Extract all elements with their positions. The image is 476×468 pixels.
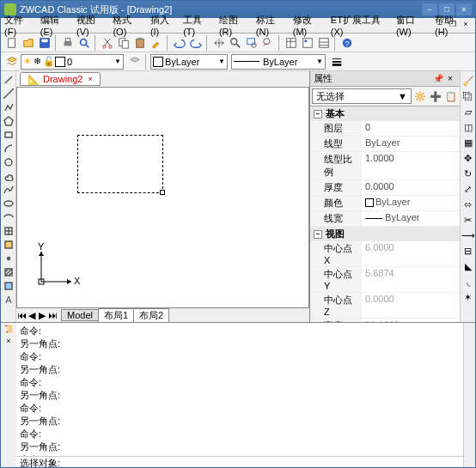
erase-icon[interactable]: 🧹 <box>461 73 475 88</box>
prop-center-y[interactable]: 5.6874 <box>362 267 460 292</box>
trim-icon[interactable]: ✂ <box>461 212 475 228</box>
copy-icon[interactable] <box>116 35 131 51</box>
text-icon[interactable]: A <box>1 293 15 307</box>
select-objects-icon[interactable]: ➕ <box>429 89 442 103</box>
design-center-icon[interactable] <box>300 35 315 51</box>
menu-dim[interactable]: 标注(N) <box>256 14 286 37</box>
open-icon[interactable] <box>21 35 36 51</box>
spline-icon[interactable] <box>1 183 15 197</box>
toggle-pickadd-icon[interactable]: 📋 <box>444 89 458 103</box>
stretch-icon[interactable]: ⬄ <box>461 197 475 212</box>
selection-combo[interactable]: 无选择▼ <box>312 88 412 104</box>
tab-next-icon[interactable]: ▶ <box>37 310 47 321</box>
layer-manager-icon[interactable] <box>4 54 20 70</box>
drawing-canvas[interactable]: X Y <box>16 87 309 308</box>
linetype-combo[interactable]: ByLayer▼ <box>231 54 326 70</box>
prop-thickness[interactable]: 0.0000 <box>362 180 460 195</box>
tab-layout2[interactable]: 布局2 <box>133 308 169 323</box>
extend-icon[interactable]: ⟶ <box>461 228 475 243</box>
copy-obj-icon[interactable]: ⿻ <box>461 88 475 104</box>
tab-close-icon[interactable]: × <box>88 75 92 83</box>
prop-height[interactable]: 11.4669 <box>362 319 460 322</box>
ellipse-icon[interactable] <box>1 197 15 210</box>
match-icon[interactable] <box>149 35 164 51</box>
array-icon[interactable]: ▦ <box>461 135 475 150</box>
scale-icon[interactable]: ⤢ <box>461 181 475 197</box>
prop-linetype[interactable]: ByLayer <box>362 137 460 151</box>
layer-combo[interactable]: ☀❄🔓 0 ▼ <box>21 54 124 70</box>
explode-icon[interactable]: ✶ <box>461 289 475 305</box>
panel-pin-icon[interactable]: 📌 <box>432 74 444 83</box>
command-scrollbar[interactable] <box>463 323 475 468</box>
quick-select-icon[interactable]: 🔆 <box>413 89 427 103</box>
tab-model[interactable]: Model <box>61 309 99 321</box>
prop-center-z[interactable]: 0.0000 <box>362 293 460 318</box>
doc-restore-button[interactable]: ❐ <box>447 18 459 30</box>
group-basic[interactable]: −基本 <box>310 106 460 121</box>
region-icon[interactable] <box>1 279 15 293</box>
pan-icon[interactable] <box>211 35 227 51</box>
doc-close-button[interactable]: × <box>460 18 472 30</box>
menu-et[interactable]: ET扩展工具(X) <box>331 14 389 37</box>
zoom-icon[interactable] <box>228 35 243 51</box>
paste-icon[interactable] <box>132 35 148 51</box>
tab-drawing2[interactable]: 📐Drawing2 × <box>20 72 101 86</box>
rectangle-icon[interactable] <box>1 128 15 142</box>
redo-icon[interactable] <box>188 35 204 51</box>
cut-icon[interactable] <box>100 35 115 51</box>
ellipse-arc-icon[interactable] <box>1 210 15 224</box>
panel-close-icon[interactable]: × <box>444 74 456 83</box>
tool-palette-icon[interactable] <box>316 35 332 51</box>
new-icon[interactable] <box>4 35 20 51</box>
undo-icon[interactable] <box>172 35 187 51</box>
prop-color[interactable]: ByLayer <box>362 196 460 210</box>
prop-layer[interactable]: 0 <box>362 121 460 136</box>
arc-icon[interactable] <box>1 142 15 155</box>
zoom-win-icon[interactable] <box>244 35 259 51</box>
cmd-hist-icon[interactable]: 📜 <box>1 325 16 337</box>
point-icon[interactable] <box>1 252 15 265</box>
mirror-icon[interactable]: ▱ <box>461 104 475 119</box>
line-icon[interactable] <box>1 73 15 87</box>
revcloud-icon[interactable] <box>1 169 15 183</box>
menu-format[interactable]: 格式(O) <box>113 14 143 37</box>
zoom-prev-icon[interactable] <box>260 35 276 51</box>
hatch-icon[interactable] <box>1 265 15 279</box>
menu-edit[interactable]: 编辑(E) <box>40 14 70 37</box>
move-icon[interactable]: ✥ <box>461 150 475 166</box>
print-icon[interactable] <box>60 35 76 51</box>
chamfer-icon[interactable]: ◣ <box>461 258 475 274</box>
preview-icon[interactable] <box>76 35 92 51</box>
cmd-close-icon[interactable]: × <box>1 337 16 349</box>
properties-icon[interactable] <box>284 35 299 51</box>
rotate-icon[interactable]: ↻ <box>461 166 475 181</box>
pline-icon[interactable] <box>1 100 15 114</box>
menu-view[interactable]: 视图(V) <box>76 14 106 37</box>
menu-window[interactable]: 窗口(W) <box>396 14 428 37</box>
break-icon[interactable]: ⊟ <box>461 243 475 258</box>
menu-file[interactable]: 文件(F) <box>4 14 34 37</box>
lineweight-icon[interactable] <box>329 54 345 70</box>
prop-center-x[interactable]: 6.0000 <box>362 241 460 266</box>
tab-layout1[interactable]: 布局1 <box>98 308 134 323</box>
tab-first-icon[interactable]: ⏮ <box>16 310 27 321</box>
circle-icon[interactable] <box>1 155 15 169</box>
group-view[interactable]: −视图 <box>310 227 460 241</box>
save-icon[interactable] <box>37 35 52 51</box>
layer-prev-icon[interactable] <box>127 54 143 70</box>
xline-icon[interactable] <box>1 87 15 100</box>
menu-tools[interactable]: 工具(T) <box>183 14 212 37</box>
menu-insert[interactable]: 插入(I) <box>150 14 176 37</box>
polygon-icon[interactable] <box>1 114 15 128</box>
help-icon[interactable]: ? <box>339 35 355 51</box>
menu-draw[interactable]: 绘图(R) <box>219 14 249 37</box>
prop-ltscale[interactable]: 1.0000 <box>362 152 460 179</box>
fillet-icon[interactable]: ◟ <box>461 274 475 289</box>
prop-lineweight[interactable]: ByLayer <box>362 211 460 226</box>
insert-icon[interactable] <box>1 224 15 238</box>
doc-min-button[interactable]: – <box>434 18 446 30</box>
color-combo[interactable]: ByLayer▼ <box>150 54 228 70</box>
tab-prev-icon[interactable]: ◀ <box>27 310 37 321</box>
menu-modify[interactable]: 修改(M) <box>293 14 324 37</box>
offset-icon[interactable]: ◫ <box>461 119 475 135</box>
